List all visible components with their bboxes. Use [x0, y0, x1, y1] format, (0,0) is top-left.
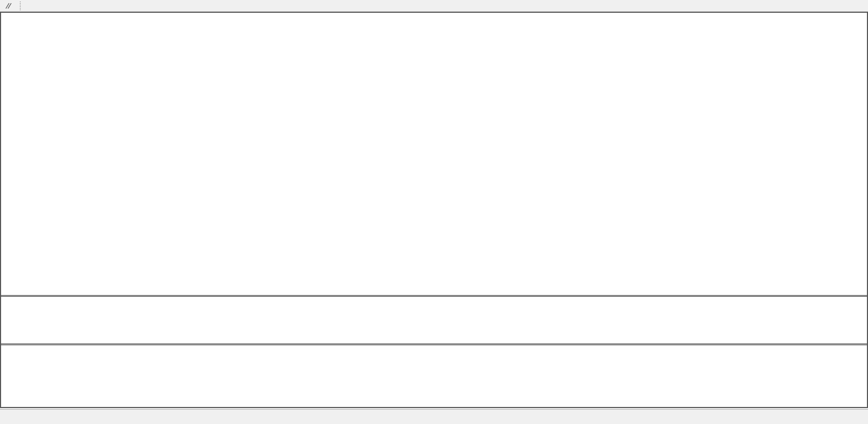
toolbar-grip[interactable]	[20, 2, 21, 10]
tab-scroll-buttons	[857, 420, 868, 424]
toolbar	[0, 0, 868, 12]
rsi-pane[interactable]	[1, 297, 867, 344]
chart-tab-bar	[0, 409, 868, 424]
draw-tool-icon	[5, 2, 12, 10]
chart-header	[1, 13, 12, 22]
macd-pane[interactable]	[1, 345, 867, 396]
date-axis	[1, 396, 867, 407]
draw-tool-button[interactable]	[2, 1, 16, 11]
price-chart-pane[interactable]	[1, 22, 867, 295]
chart-window	[0, 12, 868, 408]
chart-tabs	[0, 410, 857, 424]
